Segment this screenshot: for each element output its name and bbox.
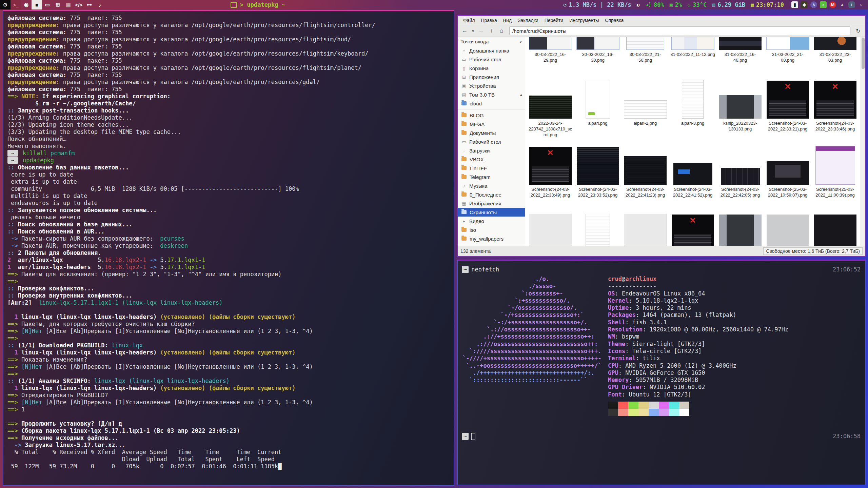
sidebar-item-Домашняя папка[interactable]: ⌂Домашняя папка	[458, 46, 525, 55]
menu-Файл[interactable]: Файл	[460, 16, 477, 25]
file-item[interactable]: 31-03-2022_11-12.png	[669, 37, 716, 63]
proton-tray-icon[interactable]: ∧	[810, 1, 817, 8]
sidebar-item-Изображения[interactable]: ▦Изображения	[458, 199, 525, 208]
sidebar-item-Видео[interactable]: ▸Видео	[458, 217, 525, 225]
chat-icon[interactable]: ▭	[42, 0, 53, 9]
forward-button[interactable]: →	[477, 26, 486, 35]
power-icon[interactable]: ⊙	[0, 0, 11, 9]
file-item[interactable]: Screenshot-(24-03-2022_22:41:23).png	[622, 146, 669, 198]
file-item[interactable]: 31-03-2022_23-03.png	[811, 37, 859, 63]
file-item[interactable]: Screenshot-(25-03-2022_10:59:07).png	[764, 146, 811, 198]
sidebar-item-Приложения[interactable]: ⊞Приложения	[458, 73, 525, 81]
sidebar-item-Документы[interactable]: Документы	[458, 128, 525, 137]
prompt-path: ~	[462, 433, 469, 440]
scrollbar-thumb[interactable]	[862, 38, 865, 69]
sidebar-item-0_Последнее[interactable]: 0_Последнее	[458, 190, 525, 199]
terminal-window-updatepkg[interactable]: файловая система: 775 пакет: 755предупре…	[3, 10, 454, 486]
sidebar-item-VBOX[interactable]: VBOX	[458, 155, 525, 164]
back-history-dropdown[interactable]: ∨	[471, 26, 475, 35]
file-item[interactable]: Screenshot-(24-03-2022_23:33:52).png	[574, 146, 622, 198]
sidebar-item-BLOG[interactable]: BLOG	[458, 111, 525, 120]
sidebar-item-label: 0_Последнее	[470, 192, 501, 198]
sidebar-item-Музыка[interactable]: ♪Музыка	[458, 181, 525, 190]
flashlight-tray-icon[interactable]: ▮	[791, 1, 798, 8]
sidebar-item-Загрузки[interactable]: ↓Загрузки	[458, 146, 525, 155]
file-item[interactable]: 30-03-2022_16-30.png	[574, 37, 622, 63]
palette-swatch	[618, 402, 628, 409]
file-item[interactable]: 30-03-2022_21-56.png	[622, 37, 669, 63]
file-item[interactable]: ×Screenshot-(24-03-2022_22:33:49).png	[527, 146, 574, 198]
file-item[interactable]: 2022-03-24-223742_1308x710_scrot.png	[527, 80, 574, 138]
bulb-tray-icon[interactable]: ○	[858, 1, 865, 8]
file-item[interactable]: ×Screenshot-(24-03-2022_23:33:46).png	[811, 80, 859, 138]
file-item[interactable]: Screenshot-(25-03-2022_11:00:39).png	[811, 146, 859, 198]
menu-Правка[interactable]: Правка	[478, 16, 499, 25]
file-thumbnail	[586, 81, 610, 119]
windows-icon[interactable]: ⊞	[53, 0, 63, 9]
file-item[interactable]	[527, 214, 574, 246]
path-input[interactable]	[509, 26, 850, 35]
image-icon[interactable]: ▦	[63, 0, 74, 9]
file-item[interactable]	[811, 214, 859, 246]
home-button[interactable]: ⌂	[497, 26, 506, 35]
memory-value: 6.29 GiB	[717, 1, 745, 8]
file-item[interactable]: ×	[669, 214, 716, 246]
network-tray-icon[interactable]: ▲	[839, 1, 846, 8]
menu-Вид[interactable]: Вид	[500, 16, 514, 25]
menu-Перейти[interactable]: Перейти	[542, 16, 566, 25]
terminal-window-neofetch[interactable]: ~ neofetch 23:06:52 ./o. ./sssso- `:osss…	[457, 260, 866, 485]
diamond-tray-icon[interactable]: ◈	[801, 1, 808, 8]
sidebar-item-Скриншоты[interactable]: Скриншоты	[458, 208, 525, 217]
menu-Инструменты[interactable]: Инструменты	[567, 16, 601, 25]
file-item[interactable]: Screenshot-(24-03-2022_22:42:05).png	[716, 146, 764, 198]
file-item[interactable]: alpari-3.png	[669, 80, 716, 138]
file-item[interactable]: alpari-2.png	[622, 80, 669, 138]
terminal-icon[interactable]: >_	[11, 0, 21, 9]
places-header[interactable]: Точки входа ∨	[458, 37, 525, 46]
mega-tray-icon[interactable]: M	[829, 1, 836, 8]
file-manager-icon[interactable]: ■	[32, 0, 42, 9]
sidebar-item-MEGA[interactable]: MEGA	[458, 120, 525, 128]
sidebar-item-iso[interactable]: iso	[458, 225, 525, 234]
file-thumbnail	[624, 100, 667, 119]
file-item[interactable]	[716, 214, 764, 246]
rss-tray-icon[interactable]: ◗	[820, 1, 827, 8]
sidebar-item-Устройства[interactable]: ▣Устройства	[458, 81, 525, 90]
eject-icon[interactable]: ▲	[519, 93, 523, 97]
menu-Справка[interactable]: Справка	[602, 16, 626, 25]
file-item[interactable]: 31-03-2022_21-08.png	[764, 37, 811, 63]
file-item[interactable]: 30-03-2022_16-29.png	[527, 37, 574, 63]
file-manager-window[interactable]: ФайлПравкаВидЗакладкиПерейтиИнструментыС…	[457, 15, 866, 257]
code-icon[interactable]: </>	[74, 0, 84, 9]
file-item[interactable]: Screenshot-(24-03-2022_22:41:52).png	[669, 146, 716, 198]
sidebar-item-Корзина[interactable]: ▯Корзина	[458, 64, 525, 73]
file-item[interactable]: ×Screenshot-(24-03-2022_22:33:21).png	[764, 80, 811, 138]
sidebar-item-Рабочий стол[interactable]: ▭Рабочий стол	[458, 55, 525, 64]
terminal-line: -> Загрузка linux-5.17.tar.xz...	[7, 442, 454, 449]
shield-tray-icon[interactable]: i	[848, 1, 855, 8]
file-item[interactable]: 31-03-2022_16-46.png	[716, 37, 764, 63]
sidebar-item-Telegram[interactable]: Telegram	[458, 172, 525, 181]
menu-Закладки[interactable]: Закладки	[515, 16, 541, 25]
firefox-icon[interactable]: ◉	[21, 0, 32, 9]
sidebar-item-LinLIFE[interactable]: LinLIFE	[458, 164, 525, 172]
sidebar-item-cloud[interactable]: cloud	[458, 99, 525, 108]
file-item[interactable]: alpari.png	[574, 80, 622, 138]
sidebar-item-Том 3,0 ТВ[interactable]: ▤Том 3,0 ТВ▲	[458, 90, 525, 99]
shell-prompt[interactable]: ~	[462, 433, 475, 440]
key-icon[interactable]: ⊶	[84, 0, 95, 9]
back-button[interactable]: ←	[460, 26, 469, 35]
music-icon[interactable]: ♪	[95, 0, 105, 9]
file-grid[interactable]: 30-03-2022_16-29.png30-03-2022_16-30.png…	[525, 37, 861, 246]
terminal-line: ==>	[7, 370, 454, 378]
vertical-scrollbar[interactable]	[861, 37, 865, 246]
sidebar-item-my_wallpapers[interactable]: my_wallpapers	[458, 234, 525, 243]
file-item[interactable]	[622, 214, 669, 246]
volume: ◄)80%	[645, 1, 664, 8]
file-item[interactable]	[574, 214, 622, 246]
sidebar-item-Рабочий стол[interactable]: ▭Рабочий стол	[458, 137, 525, 146]
file-item[interactable]	[764, 214, 811, 246]
reload-button[interactable]: ↻	[854, 26, 863, 35]
file-item[interactable]: ksnip_20220323-130133.png	[716, 80, 764, 138]
up-button[interactable]: ↑	[487, 26, 496, 35]
